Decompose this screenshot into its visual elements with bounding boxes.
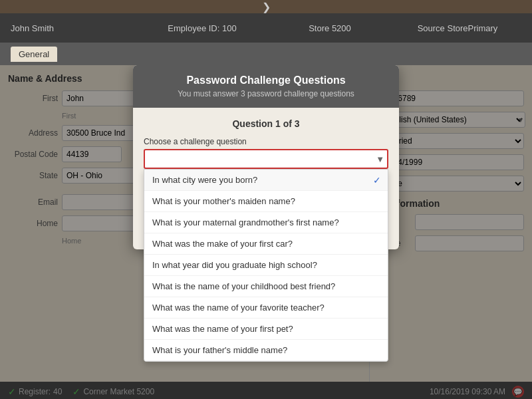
dropdown-item-3[interactable]: What was the make of your first car? — [144, 233, 388, 255]
dropdown-item-2[interactable]: What is your maternal grandmother's firs… — [144, 212, 388, 233]
question-select-wrapper: ▼ In what city were you born? What is yo… — [144, 149, 388, 169]
question-number: Question 1 of 3 — [144, 118, 388, 129]
dropdown-item-7[interactable]: What was the name of your first pet? — [144, 319, 388, 340]
top-bar: ❯ — [0, 0, 532, 13]
header-bar: John Smith Employee ID: 100 Store 5200 S… — [0, 13, 532, 43]
dropdown-list: In what city were you born? What is your… — [144, 169, 388, 362]
tab-general[interactable]: General — [11, 47, 57, 62]
dropdown-item-1[interactable]: What is your mother's maiden name? — [144, 191, 388, 212]
challenge-body: Question 1 of 3 Choose a challenge quest… — [133, 108, 399, 249]
top-arrow-icon: ❯ — [262, 1, 271, 13]
dropdown-item-4[interactable]: In what year did you graduate high schoo… — [144, 255, 388, 276]
header-source: Source StorePrimary — [394, 23, 521, 33]
modal-overlay: Password Challenge Questions You must an… — [0, 65, 532, 399]
challenge-header: Password Challenge Questions You must an… — [133, 65, 399, 108]
dropdown-item-5[interactable]: What is the name of your childhood best … — [144, 276, 388, 297]
choose-label: Choose a challenge question — [144, 137, 388, 146]
dropdown-item-0[interactable]: In what city were you born? — [144, 170, 388, 191]
header-store: Store 5200 — [266, 23, 394, 33]
challenge-modal: Password Challenge Questions You must an… — [133, 65, 399, 249]
header-user: John Smith — [11, 23, 138, 33]
question-select[interactable] — [144, 149, 388, 169]
challenge-subtitle: You must answer 3 password challenge que… — [142, 89, 390, 98]
nav-bar: General — [0, 43, 532, 65]
header-employee: Employee ID: 100 — [138, 23, 266, 33]
dropdown-item-8[interactable]: What is your father's middle name? — [144, 340, 388, 361]
main-content: Name & Address First First Address Posta… — [0, 65, 532, 399]
dropdown-item-6[interactable]: What was the name of your favorite teach… — [144, 297, 388, 319]
challenge-title: Password Challenge Questions — [142, 74, 390, 86]
